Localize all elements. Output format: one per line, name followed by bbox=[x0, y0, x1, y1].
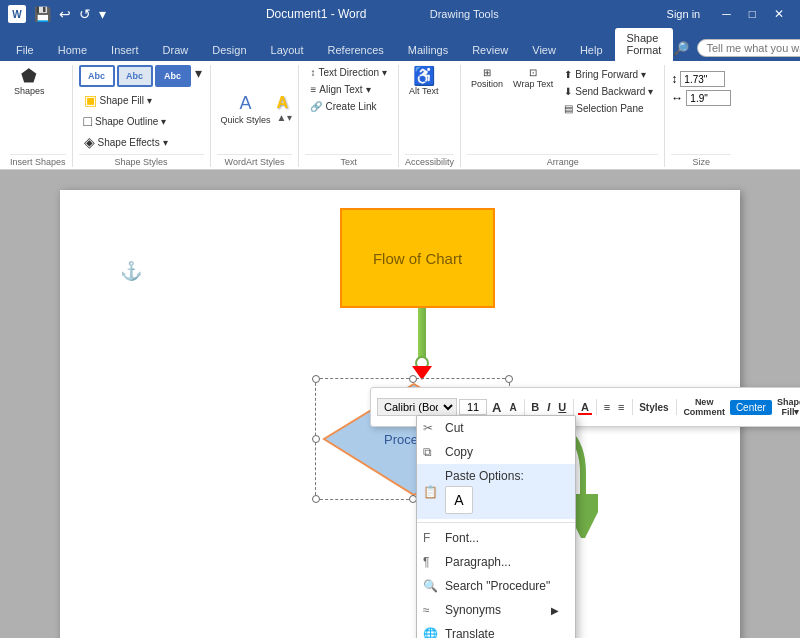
shape-style-3[interactable]: Abc bbox=[155, 65, 191, 87]
tab-file[interactable]: File bbox=[4, 40, 46, 61]
accessibility-label: Accessibility bbox=[405, 154, 454, 167]
minimize-button[interactable]: ─ bbox=[714, 5, 739, 23]
app-title: Document1 - Word bbox=[266, 7, 366, 21]
bring-forward-button[interactable]: ⬆ Bring Forward ▾ bbox=[559, 67, 658, 82]
cm-paste-options[interactable]: 📋 Paste Options: A bbox=[417, 464, 575, 519]
synonyms-icon: ≈ bbox=[423, 603, 430, 617]
italic-button[interactable]: I bbox=[544, 400, 553, 414]
underline-button[interactable]: U bbox=[555, 400, 569, 414]
create-link-button[interactable]: 🔗 Create Link bbox=[305, 99, 381, 114]
quick-styles-button[interactable]: A Quick Styles bbox=[217, 91, 275, 127]
width-input[interactable] bbox=[686, 90, 731, 106]
tab-draw[interactable]: Draw bbox=[151, 40, 201, 61]
ribbon-group-accessibility: ♿ Alt Text Accessibility bbox=[401, 65, 461, 167]
title-bar-right: Sign in ─ □ ✕ bbox=[657, 5, 792, 23]
toolbar-separator-1 bbox=[524, 399, 525, 415]
position-button[interactable]: ⊞ Position bbox=[467, 65, 507, 91]
wrap-text-button[interactable]: ⊡ Wrap Text bbox=[509, 65, 557, 91]
align-text-button[interactable]: ≡ Align Text ▾ bbox=[305, 82, 375, 97]
tab-home[interactable]: Home bbox=[46, 40, 99, 61]
tab-review[interactable]: Review bbox=[460, 40, 520, 61]
wordart-label: WordArt Styles bbox=[217, 154, 293, 167]
link-icon: 🔗 bbox=[310, 101, 322, 112]
translate-icon: 🌐 bbox=[423, 627, 438, 638]
send-backward-button[interactable]: ⬇ Send Backward ▾ bbox=[559, 84, 658, 99]
redo-button[interactable]: ↺ bbox=[77, 6, 93, 22]
shape-fill-button[interactable]: ▣ Shape Fill ▾ bbox=[79, 90, 173, 110]
bullets-button[interactable]: ≡ bbox=[601, 400, 613, 414]
shape-styles-row: Abc Abc Abc ▾ bbox=[79, 65, 204, 87]
insert-shapes-label: Insert Shapes bbox=[10, 154, 66, 167]
align-text-icon: ≡ bbox=[310, 84, 316, 95]
font-size-input[interactable] bbox=[459, 399, 487, 415]
ribbon-group-shape-styles: Abc Abc Abc ▾ ▣ Shape Fill ▾ □ Shape Out… bbox=[75, 65, 211, 167]
tab-shape-format[interactable]: Shape Format bbox=[615, 28, 674, 61]
tab-insert[interactable]: Insert bbox=[99, 40, 151, 61]
tab-design[interactable]: Design bbox=[200, 40, 258, 61]
position-icon: ⊞ bbox=[483, 67, 491, 78]
document-page: ⚓ Flow of Chart Procedure bbox=[60, 190, 740, 638]
handle-bl bbox=[312, 495, 320, 503]
shape-outline-button[interactable]: □ Shape Outline ▾ bbox=[79, 111, 173, 131]
paste-keep-source-button[interactable]: A bbox=[445, 486, 473, 514]
maximize-button[interactable]: □ bbox=[741, 5, 764, 23]
cm-copy[interactable]: ⧉ Copy bbox=[417, 440, 575, 464]
selection-pane-icon: ▤ bbox=[564, 103, 573, 114]
styles-button[interactable]: Styles bbox=[636, 401, 671, 414]
tab-view[interactable]: View bbox=[520, 40, 568, 61]
text-direction-icon: ↕ bbox=[310, 67, 315, 78]
handle-tl bbox=[312, 375, 320, 383]
shape-options: ▣ Shape Fill ▾ □ Shape Outline ▾ ◈ Shape… bbox=[79, 90, 173, 152]
cm-font[interactable]: F Font... bbox=[417, 526, 575, 550]
tell-me-input[interactable] bbox=[697, 39, 800, 57]
tab-layout[interactable]: Layout bbox=[259, 40, 316, 61]
context-menu: ✂ Cut ⧉ Copy 📋 Paste Options: A bbox=[416, 415, 576, 638]
bold-button[interactable]: B bbox=[528, 400, 542, 414]
text-label: Text bbox=[305, 154, 392, 167]
synonyms-arrow-icon: ▶ bbox=[551, 605, 559, 616]
font-selector[interactable]: Calibri (Body) bbox=[377, 398, 457, 416]
selection-pane-button[interactable]: ▤ Selection Pane bbox=[559, 101, 658, 116]
decrease-font-button[interactable]: A bbox=[506, 401, 519, 414]
shapes-icon: ⬟ bbox=[21, 67, 37, 85]
shape-style-2[interactable]: Abc bbox=[117, 65, 153, 87]
cm-cut[interactable]: ✂ Cut bbox=[417, 416, 575, 440]
undo-button[interactable]: ↩ bbox=[57, 6, 73, 22]
tab-references[interactable]: References bbox=[316, 40, 396, 61]
height-input[interactable] bbox=[680, 71, 725, 87]
effects-dropdown-icon: ▾ bbox=[163, 137, 168, 148]
new-comment-button[interactable]: NewComment bbox=[680, 396, 728, 418]
close-button[interactable]: ✕ bbox=[766, 5, 792, 23]
shape-effects-button[interactable]: ◈ Shape Effects ▾ bbox=[79, 132, 173, 152]
cm-sep-1 bbox=[417, 522, 575, 523]
shape-fill-tb-button[interactable]: ShapeFill▾ bbox=[774, 396, 800, 418]
alt-text-button[interactable]: ♿ Alt Text bbox=[405, 65, 442, 98]
effects-icon: ◈ bbox=[84, 134, 95, 150]
wordart-text-fill: ▲ ▾ bbox=[277, 112, 293, 123]
tab-mailings[interactable]: Mailings bbox=[396, 40, 460, 61]
cm-search[interactable]: 🔍 Search "Procedure" bbox=[417, 574, 575, 598]
signin-button[interactable]: Sign in bbox=[657, 5, 711, 23]
wordart-a-icon: A bbox=[277, 94, 293, 112]
quick-styles-icon: A bbox=[240, 93, 252, 114]
title-bar: W 💾 ↩ ↺ ▾ Document1 - Word Drawing Tools… bbox=[0, 0, 800, 28]
more-styles-button[interactable]: ▾ bbox=[193, 65, 204, 87]
text-direction-button[interactable]: ↕ Text Direction ▾ bbox=[305, 65, 392, 80]
shapes-button[interactable]: ⬟ Shapes bbox=[10, 65, 49, 98]
cm-paragraph[interactable]: ¶ Paragraph... bbox=[417, 550, 575, 574]
height-input-row: ↕ bbox=[671, 71, 725, 87]
cm-translate[interactable]: 🌐 Translate bbox=[417, 622, 575, 638]
save-button[interactable]: 💾 bbox=[32, 6, 53, 22]
bring-forward-icon: ⬆ bbox=[564, 69, 572, 80]
cm-synonyms[interactable]: ≈ Synonyms ▶ bbox=[417, 598, 575, 622]
size-label: Size bbox=[671, 154, 731, 167]
font-color-button[interactable]: A bbox=[578, 400, 592, 415]
increase-font-button[interactable]: A bbox=[489, 399, 504, 416]
flow-chart-rectangle[interactable]: Flow of Chart bbox=[340, 208, 495, 308]
customize-quick-access-button[interactable]: ▾ bbox=[97, 6, 108, 22]
tab-help[interactable]: Help bbox=[568, 40, 615, 61]
down-arrow-connector bbox=[412, 308, 432, 380]
shape-style-1[interactable]: Abc bbox=[79, 65, 115, 87]
numbering-button[interactable]: ≡ bbox=[615, 400, 627, 414]
center-button[interactable]: Center bbox=[730, 400, 772, 415]
